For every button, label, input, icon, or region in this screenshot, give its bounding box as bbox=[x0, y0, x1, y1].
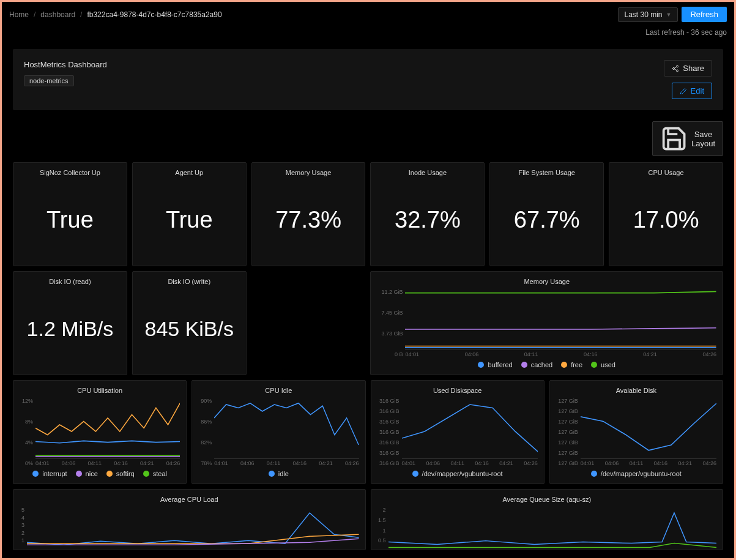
stat-value: True bbox=[20, 180, 121, 259]
panel-title: File System Usage bbox=[496, 169, 597, 176]
breadcrumb-dashboard[interactable]: dashboard bbox=[40, 10, 75, 19]
stat-value: 77.3% bbox=[258, 180, 359, 259]
dashboard-tag[interactable]: node-metrics bbox=[24, 75, 74, 86]
y-axis: 90% 86% 82% 78% bbox=[198, 398, 214, 466]
chart-plot bbox=[214, 398, 359, 459]
chart-plot bbox=[388, 507, 717, 550]
panel-fs-usage[interactable]: File System Usage 67.7% bbox=[489, 162, 604, 266]
panel-title: CPU Utilisation bbox=[20, 387, 180, 394]
edit-button[interactable]: Edit bbox=[672, 83, 712, 99]
topbar-right: Last 30 min ▼ Refresh bbox=[618, 7, 727, 22]
panel-title: Average CPU Load bbox=[20, 496, 359, 503]
legend-item[interactable]: softirq bbox=[106, 470, 135, 477]
panel-cpu-idle[interactable]: CPU Idle 90% 86% 82% 78% 04:0104:0604:11 bbox=[191, 380, 365, 484]
chart-plot bbox=[581, 398, 716, 459]
legend-item[interactable]: free bbox=[561, 361, 582, 368]
x-axis: 04:0104:0604:1104:1604:2104:26 bbox=[581, 459, 716, 466]
legend-item[interactable]: cached bbox=[521, 361, 552, 368]
chart-plot bbox=[405, 289, 716, 350]
legend-item[interactable]: /dev/mapper/vgubuntu-root bbox=[591, 470, 682, 477]
svg-point-1 bbox=[673, 67, 675, 69]
chart-legend: buffered cached free used bbox=[377, 357, 716, 368]
breadcrumb-home[interactable]: Home bbox=[9, 10, 29, 19]
chevron-down-icon: ▼ bbox=[666, 12, 672, 18]
y-axis: 127 GiB127 GiB127 GiB127 GiB127 GiB127 G… bbox=[556, 398, 581, 466]
panel-used-diskspace[interactable]: Used Diskspace 316 GiB316 GiB316 GiB316 … bbox=[371, 380, 545, 484]
panel-disk-read[interactable]: Disk IO (read) 1.2 MiB/s bbox=[13, 271, 127, 375]
chart-legend: /dev/mapper/vgubuntu-root bbox=[556, 466, 716, 477]
dashboard-header: HostMetrics Dashboard node-metrics Share… bbox=[13, 49, 723, 110]
panel-title: Agent Up bbox=[139, 169, 240, 176]
panel-title: Memory Usage bbox=[377, 278, 716, 285]
chart-legend: interrupt nice softirq steal bbox=[20, 466, 180, 477]
stat-value: 67.7% bbox=[496, 180, 597, 259]
y-axis: 11.2 GiB 7.45 GiB 3.73 GiB 0 B bbox=[377, 289, 405, 357]
last-refresh-text: Last refresh - 36 sec ago bbox=[2, 27, 734, 38]
stat-value: 845 KiB/s bbox=[139, 289, 240, 368]
share-button[interactable]: Share bbox=[664, 60, 712, 77]
y-axis: 316 GiB316 GiB316 GiB316 GiB316 GiB316 G… bbox=[377, 398, 402, 466]
chart-plot bbox=[35, 398, 180, 459]
y-axis: 21.510.5 bbox=[377, 507, 388, 543]
panel-available-disk[interactable]: Avaiable Disk 127 GiB127 GiB127 GiB127 G… bbox=[549, 380, 723, 484]
panel-title: Inode Usage bbox=[377, 169, 478, 176]
topbar: Home / dashboard / fb322ca4-9878-4d7c-b4… bbox=[2, 2, 734, 27]
breadcrumb-separator: / bbox=[80, 10, 82, 19]
panel-avg-queue-size[interactable]: Average Queue Size (aqu-sz) 21.510.5 bbox=[371, 489, 724, 550]
chart-plot bbox=[402, 398, 538, 459]
panel-inode-usage[interactable]: Inode Usage 32.7% bbox=[370, 162, 485, 266]
panel-title: Memory Usage bbox=[258, 169, 359, 176]
time-range-selector[interactable]: Last 30 min ▼ bbox=[618, 7, 678, 22]
y-axis: 12% 8% 4% 0% bbox=[20, 398, 35, 466]
panel-title: CPU Idle bbox=[198, 387, 359, 394]
panel-title: SigNoz Collector Up bbox=[20, 169, 121, 176]
panel-title: Disk IO (write) bbox=[139, 278, 240, 285]
panel-disk-write[interactable]: Disk IO (write) 845 KiB/s bbox=[132, 271, 247, 375]
legend-item[interactable]: steal bbox=[143, 470, 167, 477]
panel-title: Disk IO (read) bbox=[20, 278, 121, 285]
pencil-icon bbox=[680, 88, 687, 95]
panel-title: CPU Usage bbox=[615, 169, 716, 176]
breadcrumb-separator: / bbox=[34, 10, 35, 19]
legend-item[interactable]: /dev/mapper/vgubuntu-root bbox=[412, 470, 503, 477]
legend-item[interactable]: interrupt bbox=[32, 470, 67, 477]
save-layout-button[interactable]: Save Layout bbox=[652, 121, 723, 156]
chart-plot bbox=[27, 507, 359, 550]
y-axis: 54321 bbox=[20, 507, 27, 543]
panel-cpu-utilisation[interactable]: CPU Utilisation 12% 8% 4% 0% bbox=[13, 380, 187, 484]
breadcrumb-current: fb322ca4-9878-4d7c-b4f8-c7c7835a2a90 bbox=[87, 10, 221, 19]
legend-item[interactable]: used bbox=[591, 361, 615, 368]
edit-label: Edit bbox=[691, 86, 704, 95]
svg-line-3 bbox=[675, 69, 677, 70]
legend-item[interactable]: nice bbox=[76, 470, 98, 477]
share-icon bbox=[672, 65, 679, 72]
legend-item[interactable]: buffered bbox=[478, 361, 512, 368]
chart-legend: /dev/mapper/vgubuntu-root bbox=[377, 466, 538, 477]
x-axis: 04:0104:0604:1104:1604:2104:26 bbox=[214, 459, 359, 466]
svg-point-2 bbox=[677, 70, 678, 72]
panel-agent-up[interactable]: Agent Up True bbox=[132, 162, 247, 266]
x-axis: 04:0104:0604:1104:1604:2104:26 bbox=[35, 459, 180, 466]
panel-memory-usage-stat[interactable]: Memory Usage 77.3% bbox=[251, 162, 366, 266]
x-axis: 04:0104:0604:1104:1604:2104:26 bbox=[402, 459, 538, 466]
refresh-button[interactable]: Refresh bbox=[682, 7, 727, 22]
time-range-label: Last 30 min bbox=[625, 10, 663, 19]
panel-memory-chart[interactable]: Memory Usage 11.2 GiB 7.45 GiB 3.73 GiB … bbox=[370, 271, 723, 375]
stat-value: 17.0% bbox=[615, 180, 716, 259]
save-icon bbox=[660, 125, 688, 152]
panel-title: Used Diskspace bbox=[377, 387, 538, 394]
panel-cpu-usage[interactable]: CPU Usage 17.0% bbox=[609, 162, 723, 266]
panel-title: Avaiable Disk bbox=[556, 387, 716, 394]
chart-legend: idle bbox=[198, 466, 359, 477]
panel-signoz-collector[interactable]: SigNoz Collector Up True bbox=[13, 162, 127, 266]
panel-avg-cpu-load[interactable]: Average CPU Load 54321 bbox=[13, 489, 366, 550]
breadcrumb: Home / dashboard / fb322ca4-9878-4d7c-b4… bbox=[9, 10, 222, 19]
svg-line-4 bbox=[675, 67, 677, 68]
panel-title: Average Queue Size (aqu-sz) bbox=[377, 496, 717, 503]
legend-item[interactable]: idle bbox=[269, 470, 289, 477]
svg-point-0 bbox=[677, 65, 678, 67]
save-layout-label: Save Layout bbox=[691, 130, 715, 148]
stat-value: 32.7% bbox=[377, 180, 478, 259]
stat-value: True bbox=[139, 180, 240, 259]
dashboard-title: HostMetrics Dashboard bbox=[24, 60, 107, 69]
